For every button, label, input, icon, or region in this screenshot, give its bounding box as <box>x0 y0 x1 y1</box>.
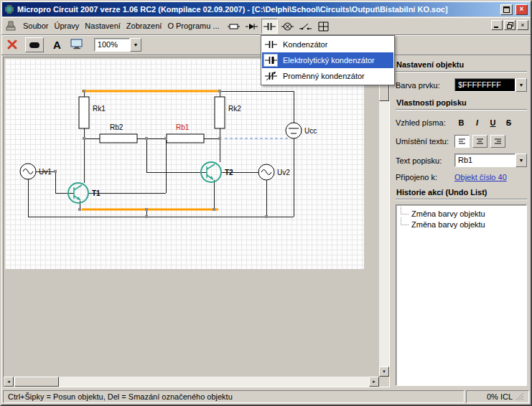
component-toolbar <box>225 19 332 34</box>
vertical-scrollbar[interactable]: ▲ ▼ <box>379 57 389 377</box>
grid-tool-button[interactable] <box>315 19 332 34</box>
window-title: Micropro Circuit 2007 verze 1.06 RC2 (Ko… <box>17 5 498 14</box>
menu-option-variable-capacitor[interactable]: Proměnný kondenzátor <box>262 68 393 84</box>
align-right-icon <box>494 138 502 145</box>
text-align-row: Umístění textu: <box>396 135 527 148</box>
menu-option-capacitor[interactable]: Kondenzátor <box>262 37 393 52</box>
status-hint: Ctrl+Šipky = Posun objektu, Del = Smazán… <box>3 390 465 403</box>
horizontal-scrollbar[interactable]: ◄ ► <box>4 377 379 387</box>
align-left-button[interactable] <box>454 135 470 148</box>
history-item[interactable]: Změna barvy objektu <box>398 218 525 229</box>
horizontal-scroll-thumb[interactable] <box>14 377 59 387</box>
align-center-icon <box>476 138 484 145</box>
connected-label: Připojeno k: <box>396 173 454 181</box>
diode-tool-button[interactable] <box>243 19 260 34</box>
hand-stamp-icon[interactable] <box>4 19 18 32</box>
label-t1[interactable]: T1 <box>92 189 101 197</box>
label-rb1[interactable]: Rb1 <box>176 123 190 131</box>
underline-button[interactable]: U <box>486 116 500 129</box>
label-rk1[interactable]: Rk1 <box>93 105 106 113</box>
stamp-icon <box>5 21 17 32</box>
label-uv1[interactable]: Uv1 <box>39 168 52 176</box>
align-center-button[interactable] <box>472 135 487 148</box>
connected-object-link[interactable]: Objekt číslo 40 <box>454 173 507 181</box>
capacitor-dropdown-menu: Kondenzátor Elektrolytický kondenzátor P… <box>261 35 395 85</box>
capacitor-tool-button[interactable] <box>261 19 278 34</box>
source-ucc[interactable]: Ucc <box>286 123 317 138</box>
label-rb2[interactable]: Rb2 <box>110 123 123 131</box>
circuit-drawing[interactable]: Rk1 Rk2 Rb2 Rb1 <box>5 59 364 269</box>
label-uv2[interactable]: Uv2 <box>277 169 290 176</box>
close-icon: × <box>520 6 524 13</box>
capacitor-icon <box>263 21 276 32</box>
history-item[interactable]: Změna barvy objektu <box>398 207 525 218</box>
delete-x-icon <box>7 39 17 49</box>
label-t2[interactable]: T2 <box>225 169 233 176</box>
app-icon <box>4 4 14 14</box>
color-field[interactable] <box>454 78 515 92</box>
font-style-buttons: B I U S <box>454 116 518 129</box>
scroll-left-button[interactable]: ◄ <box>4 377 14 387</box>
label-text-field[interactable] <box>454 154 515 167</box>
italic-button[interactable]: I <box>470 116 484 129</box>
label-text-input[interactable] <box>458 156 512 164</box>
resize-grip-icon[interactable] <box>515 392 524 401</box>
zoom-input[interactable] <box>98 40 126 49</box>
tree-branch-icon <box>401 207 409 214</box>
wire-color-button[interactable] <box>25 37 44 52</box>
title-bar: Micropro Circuit 2007 verze 1.06 RC2 (Ko… <box>2 2 530 16</box>
connected-row: Připojeno k: Objekt číslo 40 <box>396 173 527 181</box>
scroll-down-button[interactable]: ▼ <box>379 367 389 377</box>
preview-button[interactable] <box>70 39 83 51</box>
close-button[interactable]: × <box>515 4 528 15</box>
main-area: Rk1 Rk2 Rb2 Rb1 <box>1 55 531 389</box>
label-ucc[interactable]: Ucc <box>304 127 317 135</box>
menu-option-label: Proměnný kondenzátor <box>283 72 365 80</box>
strikethrough-button[interactable]: S <box>502 116 515 129</box>
source-uv1[interactable]: Uv1 <box>20 164 52 179</box>
resistor-rb1-selected[interactable]: Rb1 <box>167 123 204 143</box>
lamp-tool-button[interactable] <box>279 19 296 34</box>
label-rk2[interactable]: Rk2 <box>228 105 241 113</box>
switch-tool-button[interactable] <box>297 19 314 34</box>
electrolytic-capacitor-icon <box>263 54 278 67</box>
mdi-close-icon: × <box>521 22 524 29</box>
maximize-icon <box>503 6 510 13</box>
menu-item-o-programu[interactable]: O Programu ... <box>164 19 222 33</box>
text-tool-button[interactable]: A <box>52 39 62 51</box>
align-left-icon <box>458 138 466 145</box>
menu-item-upravy[interactable]: Úpravy <box>51 19 82 33</box>
maximize-button[interactable] <box>500 4 513 15</box>
source-uv2[interactable]: Uv2 <box>258 164 290 180</box>
menu-option-electrolytic-capacitor[interactable]: Elektrolytický kondenzátor <box>262 52 393 68</box>
zoom-dropdown-button[interactable]: ▼ <box>130 38 141 52</box>
menu-item-nastaveni[interactable]: Nastavení <box>82 19 123 33</box>
resistor-tool-button[interactable] <box>225 19 242 34</box>
mdi-minimize-button[interactable] <box>491 20 503 30</box>
color-dropdown-button[interactable]: ▼ <box>515 78 527 92</box>
arrow-right-icon: ► <box>372 379 376 384</box>
align-right-button[interactable] <box>490 135 505 148</box>
tree-branch-icon <box>401 217 409 225</box>
chevron-down-icon: ▼ <box>519 82 524 88</box>
wires[interactable] <box>28 91 294 217</box>
schematic-sheet[interactable]: Rk1 Rk2 Rb2 Rb1 <box>5 59 364 269</box>
menu-item-soubor[interactable]: Soubor <box>20 19 51 33</box>
undo-history-list[interactable]: Změna barvy objektu Změna barvy objektu <box>396 204 527 386</box>
color-input[interactable] <box>458 80 512 89</box>
resistor-rk2[interactable]: Rk2 <box>215 97 241 128</box>
switch-icon <box>299 21 312 32</box>
section-object-settings: Nastavení objektu <box>396 57 527 72</box>
resistor-rk1[interactable]: Rk1 <box>79 97 106 128</box>
delete-object-button[interactable] <box>7 39 17 51</box>
scroll-right-button[interactable]: ► <box>369 377 379 387</box>
resistor-rb2[interactable]: Rb2 <box>100 123 137 143</box>
label-text-dropdown-button[interactable]: ▼ <box>515 154 527 167</box>
menu-item-zobrazeni[interactable]: Zobrazení <box>123 19 165 33</box>
label-text-combobox: ▼ <box>454 154 527 167</box>
bold-button[interactable]: B <box>454 116 468 129</box>
status-bar: Ctrl+Šipky = Posun objektu, Del = Smazán… <box>1 389 531 405</box>
mdi-close-button[interactable]: × <box>517 20 528 30</box>
mdi-restore-button[interactable] <box>504 20 515 30</box>
zoom-field[interactable] <box>94 38 130 52</box>
